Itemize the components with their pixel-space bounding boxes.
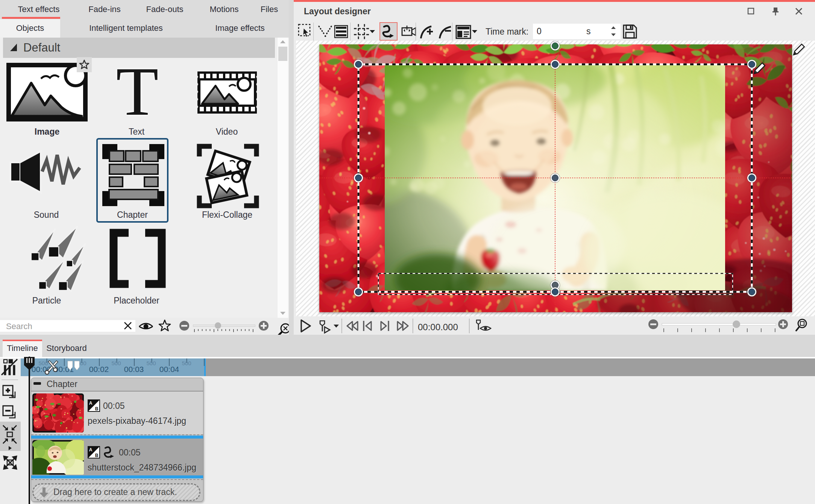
svg-text:A: A [89, 401, 93, 406]
svg-text:B: B [95, 406, 99, 411]
svg-text:B: B [95, 453, 99, 458]
svg-text:A: A [89, 447, 93, 452]
